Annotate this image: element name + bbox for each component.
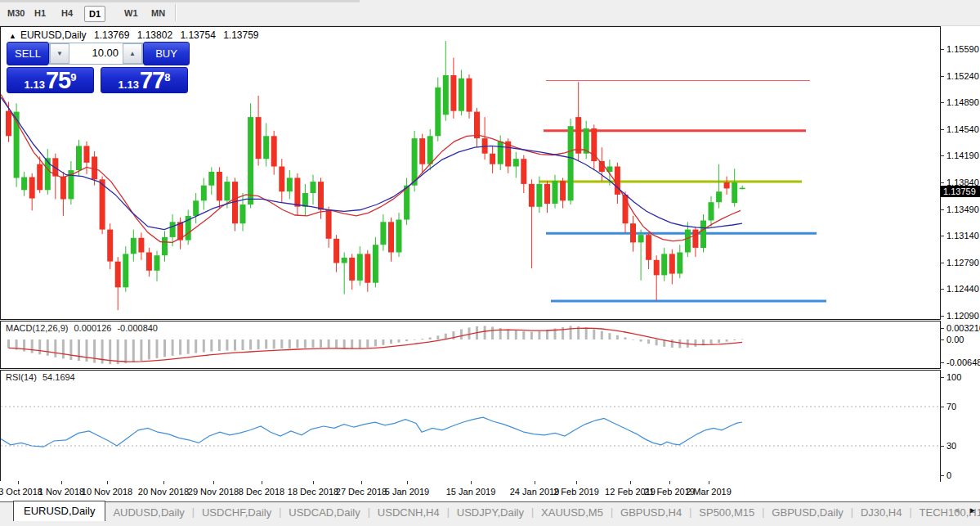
chart-symbol-title: EURUSD,Daily (20, 29, 87, 41)
volume-decrease-button[interactable]: ▼ (50, 43, 69, 64)
sell-price-button[interactable]: 1.13 75 9 (7, 67, 94, 93)
rsi-value: 54.1694 (43, 372, 75, 382)
date-tick (535, 481, 535, 484)
tab-scroll-controls: ◄ ► (952, 506, 977, 515)
ohlc-open: 1.13769 (94, 29, 129, 41)
date-tick (630, 481, 631, 484)
date-axis-label: 8 Dec 2018 (239, 487, 284, 497)
macd-value: 0.000126 (74, 323, 111, 333)
rsi-axis-label: 30 (946, 441, 956, 451)
sell-button[interactable]: SELL (7, 42, 49, 65)
chart-tab-usdcnh-h4[interactable]: USDCNH,H4 (370, 505, 447, 520)
chart-header: ▲EURUSD,Daily 1.13769 1.13802 1.13754 1.… (9, 29, 264, 41)
macd-axis-label-tick (940, 339, 944, 340)
macd-axis-label: 0.003216 (946, 323, 980, 333)
price-axis-label: 1.12790 (946, 258, 979, 267)
date-axis-label: 23 Oct 2018 (0, 487, 43, 497)
date-tick (669, 481, 670, 484)
volume-increase-button[interactable]: ▲ (123, 43, 142, 64)
buy-price-button[interactable]: 1.13 77 8 (101, 67, 188, 93)
price-axis-label: 1.14540 (946, 124, 979, 134)
date-tick (61, 481, 62, 484)
date-tick (262, 481, 262, 484)
price-axis-label: 1.13140 (946, 231, 979, 241)
date-tick (313, 481, 314, 484)
price-axis-label-tick (940, 49, 944, 50)
date-tick (107, 481, 108, 484)
main-chart-panel: ▲EURUSD,Daily 1.13769 1.13802 1.13754 1.… (0, 26, 941, 320)
rsi-axis-label: 100 (946, 372, 961, 382)
date-tick (361, 481, 362, 484)
volume-input[interactable]: 10.00 (69, 43, 123, 64)
scroll-left-icon[interactable]: ◄ (952, 506, 960, 515)
rsi-axis-label: 70 (946, 402, 956, 411)
price-axis-label: 1.14190 (946, 151, 979, 160)
date-axis-label: 24 Jan 2019 (510, 487, 560, 497)
date-axis-label: 18 Dec 2018 (288, 487, 338, 497)
chart-tab-usdchf-daily[interactable]: USDCHF,Daily (195, 505, 279, 520)
date-axis-label: 1 Nov 2018 (38, 487, 84, 497)
date-axis-label: 5 Jan 2019 (385, 487, 429, 497)
sell-price-pip: 9 (70, 68, 76, 88)
buy-button[interactable]: BUY (143, 42, 190, 65)
chart-tabs: EURUSD,DailyAUDUSD,Daily|USDCHF,Daily|US… (13, 502, 980, 522)
scroll-right-icon[interactable]: ► (969, 506, 977, 515)
chart-tab-usdjpy-daily[interactable]: USDJPY,Daily (450, 505, 531, 520)
period-button-d1[interactable]: D1 (84, 6, 105, 22)
ohlc-low: 1.13754 (180, 29, 215, 41)
chart-tab-usdcad-daily[interactable]: USDCAD,Daily (281, 505, 367, 520)
buy-price-pip: 8 (164, 68, 170, 88)
price-axis-label-tick (940, 76, 944, 77)
timeframe-toolbar: M30H1H4D1W1MN (0, 0, 980, 26)
macd-axis-label: 0.00 (946, 335, 964, 344)
macd-label: MACD(12,26,9) 0.000126 -0.000840 (6, 323, 161, 333)
chart-tab-gbpusd-h4[interactable]: GBPUSD,H4 (613, 505, 689, 520)
date-tick (18, 481, 19, 484)
chart-tab-xauusd-m5[interactable]: XAUUSD,M5 (534, 505, 611, 520)
price-axis-label-tick (940, 263, 944, 263)
toolbar-edge-strip (0, 0, 360, 2)
toolbar-separator (175, 4, 177, 21)
rsi-name: RSI(14) (6, 372, 37, 382)
collapse-triangle-icon[interactable]: ▲ (9, 32, 16, 40)
macd-indicator-panel: MACD(12,26,9) 0.000126 -0.000840 (0, 321, 941, 369)
volume-spinner: ▼ 10.00 ▲ (49, 43, 143, 65)
rsi-axis-label-tick (940, 446, 944, 447)
price-axis-label: 1.15240 (946, 71, 979, 81)
chart-tab-eurusd-daily[interactable]: EURUSD,Daily (13, 501, 105, 521)
chart-tab-gbpusd-daily[interactable]: GBPUSD,Daily (764, 505, 850, 520)
period-button-h4[interactable]: H4 (57, 6, 77, 20)
macd-axis-label-tick (940, 362, 944, 363)
rsi-indicator-panel: RSI(14) 54.1694 (0, 370, 941, 482)
date-tick (576, 481, 577, 484)
one-click-trade-panel: SELL ▼ 10.00 ▲ BUY 1.13 75 9 1.13 77 8 (7, 42, 188, 93)
macd-name: MACD(12,26,9) (6, 323, 68, 333)
buy-price-prefix: 1.13 (119, 79, 139, 91)
date-tick (407, 481, 408, 484)
chart-tab-sp500-m15[interactable]: SP500,M15 (691, 505, 762, 520)
date-tick (163, 481, 164, 484)
price-axis-label-tick (940, 155, 944, 156)
period-button-mn[interactable]: MN (147, 6, 169, 20)
price-axis-label-tick (940, 209, 944, 210)
ohlc-close: 1.13759 (223, 29, 258, 41)
sell-price-prefix: 1.13 (25, 79, 45, 91)
rsi-chart (1, 371, 938, 479)
rsi-axis-label: 0 (946, 470, 951, 480)
date-tick (471, 481, 472, 484)
period-button-m30[interactable]: M30 (3, 6, 29, 20)
period-button-w1[interactable]: W1 (120, 6, 142, 20)
ohlc-high: 1.13802 (137, 29, 172, 41)
chart-tab-dj30-h4[interactable]: DJ30,H4 (853, 505, 910, 520)
period-button-h1[interactable]: H1 (30, 6, 50, 20)
chart-tab-bar: EURUSD,DailyAUDUSD,Daily|USDCHF,Daily|US… (0, 501, 980, 526)
rsi-axis-label-tick (940, 377, 944, 378)
rsi-axis-label-tick (940, 407, 944, 407)
rsi-axis-label-tick (940, 475, 944, 476)
chart-tab-audusd-daily[interactable]: AUDUSD,Daily (105, 505, 191, 520)
date-axis-label: 2 Mar 2019 (686, 487, 732, 497)
price-axis-label-tick (940, 236, 944, 236)
date-axis-label: 2 Feb 2019 (553, 487, 599, 497)
macd-signal-value: -0.000840 (117, 323, 158, 333)
date-axis-label: 27 Dec 2018 (336, 487, 387, 497)
